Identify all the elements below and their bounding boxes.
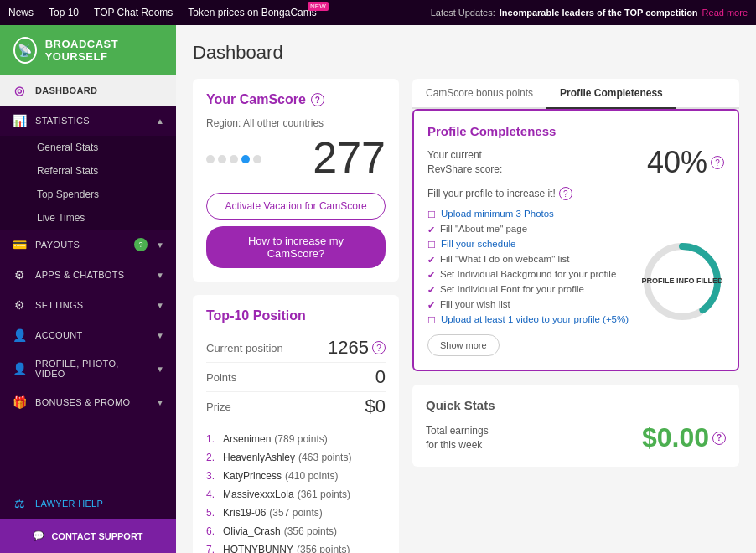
sidebar-item-payouts[interactable]: 💳 PAYOUTS ? ▼ — [0, 230, 176, 260]
top10-list: 1. Arsenimen (789 points) 2. HeavenlyAsh… — [206, 430, 386, 553]
nav-chat-rooms[interactable]: TOP Chat Rooms — [94, 7, 173, 18]
nav-news[interactable]: News — [8, 7, 34, 18]
check-icon: ✔ — [427, 255, 435, 266]
chevron-down-icon: ▼ — [156, 271, 164, 280]
dot-3 — [230, 155, 238, 163]
page-title: Dashboard — [193, 42, 739, 64]
quick-stats-card: Quick Stats Total earningsfor this week … — [412, 385, 739, 467]
new-badge: NEW — [308, 2, 329, 11]
revshare-row: Your currentRevShare score: 40% ? — [427, 145, 724, 180]
list-item: 5. Kris19-06 (357 points) — [206, 504, 386, 522]
sidebar: 📡 BROADCAST YOURSELF ◎ DASHBOARD 📊 STATI… — [0, 25, 176, 553]
sidebar-item-settings[interactable]: ⚙ SETTINGS ▼ — [0, 290, 176, 320]
tab-profile-completeness[interactable]: Profile Completeness — [546, 79, 676, 109]
check-icon: ☐ — [427, 209, 436, 220]
check-icon: ✔ — [427, 285, 435, 296]
checklist-item: ☐ Upload minimum 3 Photos — [427, 207, 632, 222]
chevron-down-icon: ▼ — [156, 301, 164, 310]
dashboard-icon: ◎ — [12, 84, 27, 97]
show-more-button[interactable]: Show more — [427, 334, 500, 356]
bonuses-icon: 🎁 — [12, 395, 27, 409]
left-column: Your CamScore ? Region: All other countr… — [193, 79, 399, 553]
stat-row-position: Current position 1265 ? — [206, 333, 386, 363]
settings-icon: ⚙ — [12, 298, 27, 312]
circle-label: PROFILE INFO FILLED — [642, 276, 723, 287]
sidebar-item-account[interactable]: 👤 ACCOUNT ▼ — [0, 320, 176, 350]
fill-label: Fill your profile to increase it! ? — [427, 187, 724, 200]
earnings-value: $0.00 ? — [642, 422, 726, 453]
profile-title: Profile Completeness — [427, 124, 724, 138]
revshare-label: Your currentRevShare score: — [427, 148, 502, 177]
earnings-label: Total earningsfor this week — [426, 424, 489, 452]
profile-content: ☐ Upload minimum 3 Photos ✔ Fill "About … — [427, 207, 724, 356]
fill-schedule-link[interactable]: Fill your schedule — [441, 239, 515, 249]
sidebar-bottom: ⚖ LAWYER HELP 💬 CONTACT SUPPORT — [0, 488, 176, 553]
account-icon: 👤 — [12, 328, 27, 342]
checklist-item: ✔ Set Individual Background for your pro… — [427, 267, 632, 282]
nav-token-prices[interactable]: Token prices on BongaCams NEW — [188, 7, 316, 18]
stat-row-points: Points 0 — [206, 363, 386, 392]
dot-4 — [241, 155, 250, 163]
camscore-value: 277 — [313, 132, 386, 183]
submenu-general-stats[interactable]: General Stats — [0, 136, 176, 159]
profile-completeness-card: Profile Completeness Your currentRevShar… — [412, 109, 739, 371]
fill-help-icon[interactable]: ? — [559, 187, 572, 200]
checklist-column: ☐ Upload minimum 3 Photos ✔ Fill "About … — [427, 207, 632, 356]
apps-icon: ⚙ — [12, 268, 27, 282]
submenu-top-spenders[interactable]: Top Spenders — [0, 183, 176, 206]
sidebar-item-profile[interactable]: 👤 PROFILE, PHOTO, VIDEO ▼ — [0, 350, 176, 387]
checklist-item: ✔ Fill your wish list — [427, 297, 632, 313]
list-item: 3. KatyPrincess (410 points) — [206, 467, 386, 485]
checklist-item: ✔ Fill "What I do on webcam" list — [427, 252, 632, 267]
tabs-header: CamScore bonus points Profile Completene… — [412, 79, 739, 109]
check-icon: ✔ — [427, 300, 435, 311]
statistics-icon: 📊 — [12, 114, 27, 127]
chevron-up-icon: ▲ — [156, 116, 164, 126]
earnings-help-icon[interactable]: ? — [712, 432, 726, 445]
increase-camscore-button[interactable]: How to increase my CamScore? — [206, 226, 386, 268]
latest-updates: Latest Updates: Incomparable leaders of … — [431, 8, 748, 18]
chevron-down-icon: ▼ — [156, 398, 164, 407]
revshare-help-icon[interactable]: ? — [711, 156, 724, 169]
upload-photos-link[interactable]: Upload minimum 3 Photos — [441, 209, 554, 219]
submenu-live-times[interactable]: Live Times — [0, 206, 176, 230]
profile-checklist: ☐ Upload minimum 3 Photos ✔ Fill "About … — [427, 207, 632, 328]
nav-top10[interactable]: Top 10 — [49, 7, 79, 18]
revshare-percent: 40% ? — [647, 145, 724, 180]
sidebar-menu: ◎ DASHBOARD 📊 STATISTICS ▲ General Stats… — [0, 75, 176, 488]
check-icon: ☐ — [427, 315, 436, 326]
broadcast-icon: 📡 — [13, 37, 37, 64]
broadcast-button[interactable]: 📡 BROADCAST YOURSELF — [0, 25, 176, 75]
camscore-help-icon[interactable]: ? — [311, 93, 324, 106]
right-column: CamScore bonus points Profile Completene… — [412, 79, 739, 553]
submenu-referral-stats[interactable]: Referral Stats — [0, 159, 176, 183]
quick-stats-title: Quick Stats — [426, 398, 726, 412]
top10-heading: Top-10 Position — [206, 308, 386, 323]
check-icon: ☐ — [427, 240, 436, 251]
contact-support-button[interactable]: 💬 CONTACT SUPPORT — [0, 519, 176, 553]
main-content: Dashboard Your CamScore ? Region: All ot… — [176, 25, 756, 553]
sidebar-item-lawyer[interactable]: ⚖ LAWYER HELP — [0, 488, 176, 519]
position-help-icon[interactable]: ? — [372, 341, 386, 354]
check-icon: ✔ — [427, 270, 435, 281]
dot-5 — [253, 155, 261, 163]
score-dots — [206, 155, 261, 163]
stat-row-prize: Prize $0 — [206, 392, 386, 421]
sidebar-item-bonuses[interactable]: 🎁 BONUSES & PROMO ▼ — [0, 387, 176, 417]
statistics-submenu: General Stats Referral Stats Top Spender… — [0, 136, 176, 230]
payouts-icon: 💳 — [12, 238, 27, 251]
chevron-down-icon: ▼ — [156, 331, 164, 340]
top-navigation: News Top 10 TOP Chat Rooms Token prices … — [0, 0, 756, 25]
tab-camscore-bonus[interactable]: CamScore bonus points — [412, 79, 546, 109]
upload-video-link[interactable]: Upload at least 1 video to your profile … — [441, 314, 629, 324]
sidebar-item-statistics[interactable]: 📊 STATISTICS ▲ — [0, 106, 176, 136]
sidebar-item-apps[interactable]: ⚙ APPS & CHATBOTS ▼ — [0, 260, 176, 290]
read-more-link[interactable]: Read more — [702, 8, 748, 18]
list-item: 2. HeavenlyAshley (463 points) — [206, 448, 386, 467]
chevron-down-icon: ▼ — [156, 364, 164, 374]
vacation-button[interactable]: Activate Vacation for CamScore — [206, 193, 386, 220]
sidebar-item-dashboard[interactable]: ◎ DASHBOARD — [0, 75, 176, 106]
list-item: 1. Arsenimen (789 points) — [206, 430, 386, 448]
top10-card: Top-10 Position Current position 1265 ? … — [193, 295, 399, 553]
list-item: 6. Olivia_Crash (356 points) — [206, 522, 386, 540]
